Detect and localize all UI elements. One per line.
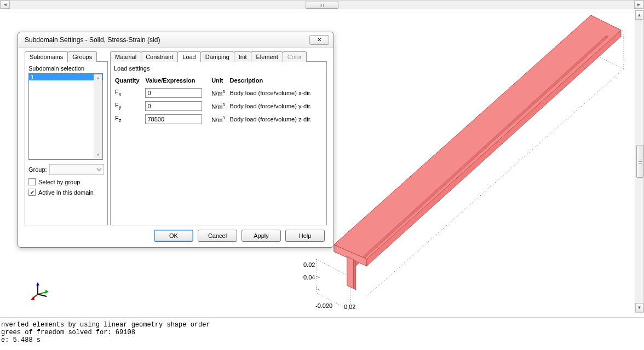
unit-cell: N/m3	[211, 113, 228, 125]
scroll-left-icon[interactable]: ◄	[1, 1, 10, 9]
apply-button[interactable]: Apply	[242, 230, 281, 242]
quantity-cell: Fy	[115, 100, 144, 112]
col-description: Description	[230, 76, 322, 86]
desc-cell: Body load (force/volume) x-dir.	[230, 87, 322, 99]
cancel-button[interactable]: Cancel	[198, 230, 237, 242]
desc-cell: Body load (force/volume) z-dir.	[230, 113, 322, 125]
vertical-scrollbar[interactable]: ▲ ▼	[635, 10, 644, 313]
svg-line-7	[317, 289, 320, 290]
col-value: Value/Expression	[145, 76, 210, 86]
tab-element[interactable]: Element	[251, 51, 283, 62]
close-icon: ✕	[317, 37, 321, 43]
scroll-up-icon[interactable]: ▲	[635, 10, 643, 20]
table-row: Fx N/m3 Body load (force/volume) x-dir.	[115, 87, 322, 99]
tab-init[interactable]: Init	[234, 51, 252, 62]
subdomain-selection-label: Subdomain selection	[28, 65, 104, 72]
subdomain-settings-dialog: Subdomain Settings - Solid, Stress-Strai…	[18, 32, 334, 248]
listbox-scrollbar[interactable]: ▲ ▼	[94, 74, 102, 159]
svg-line-16	[38, 294, 47, 296]
subdomain-listbox[interactable]: 1 ▲ ▼	[28, 73, 103, 160]
svg-marker-4	[347, 256, 354, 289]
col-quantity: Quantity	[115, 76, 144, 86]
table-row: Fy N/m3 Body load (force/volume) y-dir.	[115, 100, 322, 112]
load-settings-label: Load settings	[114, 65, 323, 72]
svg-marker-0	[334, 15, 621, 259]
tab-groups[interactable]: Groups	[67, 51, 97, 62]
group-label: Group:	[28, 166, 47, 173]
dialog-titlebar[interactable]: Subdomain Settings - Solid, Stress-Strai…	[18, 32, 334, 48]
dialog-title: Subdomain Settings - Solid, Stress-Strai…	[25, 36, 160, 44]
fx-input[interactable]	[145, 88, 202, 98]
svg-line-6	[317, 276, 320, 278]
axis-triad-icon	[30, 280, 52, 302]
horizontal-scrollbar[interactable]: ◄ ►	[0, 0, 644, 9]
unit-cell: N/m3	[211, 100, 228, 112]
help-button[interactable]: Help	[285, 230, 325, 242]
axis-tick-label: -0.020	[315, 302, 332, 309]
tab-color: Color	[283, 51, 307, 62]
tab-subdomains[interactable]: Subdomains	[25, 51, 68, 62]
table-row: Fz N/m3 Body load (force/volume) z-dir.	[115, 113, 322, 125]
quantity-cell: Fz	[115, 113, 144, 125]
tab-constraint[interactable]: Constraint	[141, 51, 178, 62]
scroll-up-icon[interactable]: ▲	[94, 74, 102, 82]
svg-marker-5	[354, 260, 356, 290]
scroll-down-icon[interactable]: ▼	[635, 303, 643, 312]
log-console: nverted elements by using linear geometr…	[0, 317, 644, 350]
ok-button[interactable]: OK	[154, 230, 193, 242]
quantity-cell: Fx	[115, 87, 144, 99]
select-by-group-label: Select by group	[38, 179, 80, 185]
svg-marker-1	[367, 30, 621, 266]
close-button[interactable]: ✕	[309, 35, 329, 45]
select-by-group-checkbox[interactable]	[28, 178, 36, 185]
svg-line-12	[38, 292, 47, 294]
group-select[interactable]	[49, 164, 104, 175]
scrollbar-thumb[interactable]	[636, 145, 643, 178]
scroll-down-icon[interactable]: ▼	[94, 151, 102, 159]
desc-cell: Body load (force/volume) y-dir.	[230, 100, 322, 112]
svg-marker-2	[354, 36, 608, 266]
active-in-domain-checkbox[interactable]: ✔	[28, 189, 36, 196]
axis-tick-label: 0.04	[303, 274, 315, 281]
axis-tick-label: 0.02	[344, 304, 355, 310]
unit-cell: N/m3	[211, 87, 228, 99]
tab-load[interactable]: Load	[177, 51, 200, 62]
tab-material[interactable]: Material	[110, 51, 141, 62]
model-viewport[interactable]: 0.02 0.04 -0.020 0.02 Subdomain Settings…	[0, 10, 635, 313]
fz-input[interactable]	[145, 114, 202, 124]
svg-marker-11	[36, 282, 39, 285]
svg-marker-13	[45, 290, 49, 294]
fy-input[interactable]	[145, 101, 202, 111]
scroll-right-icon[interactable]: ►	[634, 1, 643, 9]
active-in-domain-label: Active in this domain	[38, 189, 94, 196]
scrollbar-thumb[interactable]	[306, 2, 338, 9]
col-unit: Unit	[211, 76, 228, 86]
svg-marker-15	[31, 296, 34, 300]
list-item[interactable]: 1	[29, 74, 102, 80]
tab-damping[interactable]: Damping	[200, 51, 234, 62]
axis-tick-label: 0.02	[303, 261, 315, 268]
